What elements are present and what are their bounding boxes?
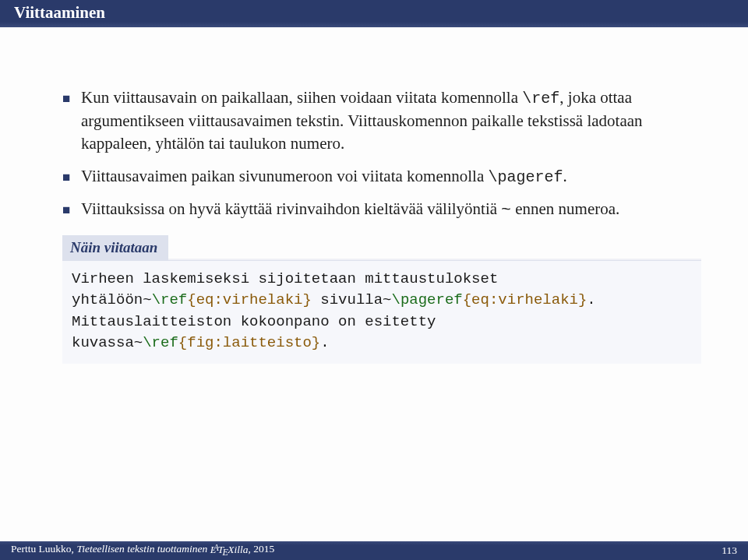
cmd: \pageref	[392, 291, 463, 308]
latex-logo: LATEXilla	[210, 544, 249, 555]
footer-left: Perttu Luukko, Tieteellisen tekstin tuot…	[11, 543, 722, 558]
footer-page: 113	[722, 544, 737, 557]
brace: {fig:laitteisto}	[178, 334, 320, 351]
text: Mittauslaitteiston kokoonpano on esitett…	[72, 313, 436, 330]
code: \ref	[522, 90, 559, 107]
bullet-icon: ■	[62, 198, 81, 221]
text: Viittausavaimen paikan sivunumeroon voi …	[81, 167, 488, 185]
footer-title: Tieteellisen tekstin tuottaminen LATEXil…	[76, 544, 248, 555]
slide-title: Viittaaminen	[14, 3, 105, 22]
text: Kun viittausavain on paikallaan, siihen …	[81, 88, 522, 107]
text: sivulla~	[312, 291, 392, 308]
text: Tieteellisen tekstin tuottaminen	[76, 544, 210, 555]
brace: {eq:virhelaki}	[463, 291, 587, 308]
bullet-text: Viittauksissa on hyvä käyttää rivinvaihd…	[81, 198, 701, 221]
example-box-rule	[168, 259, 701, 261]
footer-year: , 2015	[249, 544, 275, 555]
bullet-text: Viittausavaimen paikan sivunumeroon voi …	[81, 165, 701, 188]
bullet-item: ■ Viittauksissa on hyvä käyttää rivinvai…	[62, 198, 701, 221]
code-line: Virheen laskemiseksi sijoitetaan mittaus…	[72, 269, 692, 291]
bullet-text: Kun viittausavain on paikallaan, siihen …	[81, 86, 701, 156]
bullet-item: ■ Viittausavaimen paikan sivunumeroon vo…	[62, 165, 701, 188]
brace: {eq:virhelaki}	[187, 291, 312, 308]
code: \pageref	[488, 168, 563, 186]
footer-author: Perttu Luukko,	[11, 544, 76, 555]
code-line: yhtälöön~\ref{eq:virhelaki} sivulla~\pag…	[72, 290, 692, 312]
slide-content: ■ Kun viittausavain on paikallaan, siihe…	[0, 27, 748, 379]
cmd: \ref	[152, 291, 188, 308]
slide-header: Viittaaminen	[0, 0, 748, 27]
code-line: Mittauslaitteiston kokoonpano on esitett…	[72, 312, 692, 333]
text: ennen numeroa.	[511, 199, 619, 218]
bullet-icon: ■	[62, 165, 81, 188]
cmd: \ref	[143, 334, 178, 351]
code-line: kuvassa~\ref{fig:laitteisto}.	[72, 333, 692, 354]
code: ~	[501, 201, 511, 219]
text: yhtälöön~	[72, 291, 152, 308]
text: Viittauksissa on hyvä käyttää rivinvaihd…	[81, 199, 501, 218]
text: Virheen laskemiseksi sijoitetaan mittaus…	[72, 270, 498, 287]
example-box-title: Näin viitataan	[62, 235, 168, 261]
text: .	[563, 167, 566, 185]
example-box: Näin viitataan Virheen laskemiseksi sijo…	[62, 235, 701, 364]
bullet-icon: ■	[62, 86, 81, 156]
text: .	[587, 291, 595, 308]
text: kuvassa~	[72, 334, 143, 351]
slide-footer: Perttu Luukko, Tieteellisen tekstin tuot…	[0, 541, 748, 560]
bullet-item: ■ Kun viittausavain on paikallaan, siihe…	[62, 86, 701, 156]
text: .	[320, 334, 329, 351]
example-box-body: Virheen laskemiseksi sijoitetaan mittaus…	[62, 261, 701, 364]
